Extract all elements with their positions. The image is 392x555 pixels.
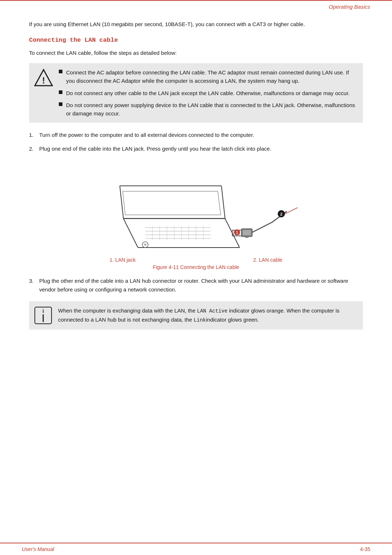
footer-left: User's Manual [22,546,54,552]
svg-line-8 [221,186,225,219]
warning-item-1: Connect the AC adaptor before connecting… [59,68,356,85]
numbered-list: 1. Turn off the power to the computer an… [29,131,363,153]
warning-content: Connect the AC adaptor before connecting… [59,68,356,118]
warning-item-3: Do not connect any power supplying devic… [59,101,356,118]
footer-right: 4-35 [360,546,370,552]
figure-labels: 1. LAN jack 2. LAN cable [29,257,363,263]
page-header: Operating Basics [0,0,392,13]
main-content: If you are using Ethernet LAN (10 megabi… [0,13,392,337]
header-title: Operating Basics [329,4,370,10]
bullet-2 [59,90,62,94]
svg-rect-21 [242,230,251,236]
info-text-content: When the computer is exchanging data wit… [58,306,356,324]
warning-icon: ! [34,68,53,87]
section-heading: Connecting the LAN cable [29,37,363,44]
info-text-mono2: Link [194,317,206,323]
svg-line-6 [120,186,123,219]
steps-intro: To connect the LAN cable, follow the ste… [29,49,363,57]
bullet-1 [59,70,62,73]
info-text-part3: indicator glows green. [206,317,259,323]
figure-area: 1 2 [29,160,363,270]
step-3: 3. Plug the other end of the cable into … [29,277,363,294]
step-1: 1. Turn off the power to the computer an… [29,131,363,139]
warning-box: ! Connect the AC adaptor before connecti… [29,63,363,123]
figure-caption: Figure 4-11 Connecting the LAN cable [29,264,363,270]
svg-text:i: i [42,308,44,314]
numbered-list-2: 3. Plug the other end of the cable into … [29,277,363,294]
page-footer: User's Manual 4-35 [0,543,392,555]
svg-line-9 [123,191,125,215]
info-box: i When the computer is exchanging data w… [29,301,363,330]
svg-line-29 [285,208,298,214]
svg-line-23 [252,222,272,232]
warning-item-2: Do not connect any other cable to the LA… [59,89,356,97]
info-text-mono1: LAN Active [197,308,228,314]
figure-label-1: 1. LAN jack [110,257,136,263]
svg-text:1: 1 [236,230,238,234]
info-icon: i [34,306,52,325]
svg-line-3 [123,219,138,248]
svg-text:2: 2 [280,212,282,216]
step-2: 2. Plug one end of the cable into the LA… [29,144,363,153]
svg-text:!: ! [42,76,45,85]
svg-rect-22 [245,236,249,238]
intro-paragraph: If you are using Ethernet LAN (10 megabi… [29,20,363,29]
figure-label-2: 2. LAN cable [253,257,282,263]
lan-diagram: 1 2 [87,160,305,255]
bullet-3 [59,102,62,106]
svg-line-11 [218,191,221,215]
info-text-part1: When the computer is exchanging data wit… [58,307,197,314]
